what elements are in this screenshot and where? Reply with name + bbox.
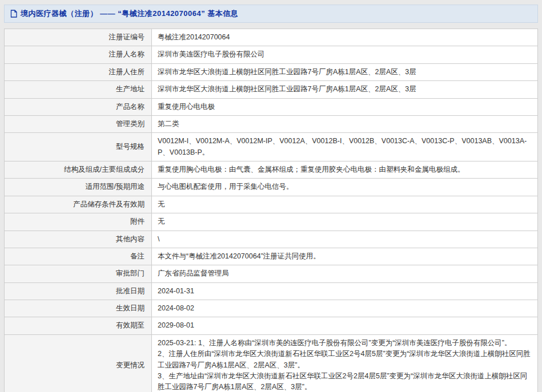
row-value: 深圳市龙华区大浪街道上横朗社区同胜工业园路7号厂房A栋1层A区、2层A区、3层 [158, 68, 416, 76]
row-value: V0012M-I、V0012M-A、V0012M-IP、V0012A、V0012… [158, 137, 527, 156]
row-value-cell: 粤械注准20142070064 [152, 29, 538, 46]
row-label-cell: 变更情况 [5, 334, 152, 392]
row-label-cell: 注册证编号 [5, 29, 152, 46]
row-label-cell: 生效日期 [5, 300, 152, 317]
row-value: 无 [158, 200, 165, 208]
table-row: 有效期至 2029-08-01 [5, 317, 538, 334]
row-label: 变更情况 [116, 361, 144, 369]
row-label-cell: 注册人名称 [5, 46, 152, 63]
table-row: 注册证编号 粤械注准20142070064 [5, 29, 538, 46]
row-value-cell: 无 [152, 196, 538, 213]
row-value: 2024-08-02 [158, 304, 194, 312]
row-value-cell: 重复使用胸心电电极：由气囊、金属杯组成；重复使用胶夹心电电极：由塑料夹和金属电极… [152, 161, 538, 179]
row-value-cell: 重复使用心电电极 [152, 98, 538, 115]
row-label-cell: 其他内容 [5, 231, 152, 248]
row-value: 重复使用心电电极 [158, 103, 215, 111]
row-value-cell: 2025-03-21: 1、注册人名称由“深圳市美的连医疗电子股份有限公司”变更… [152, 334, 538, 392]
row-label-cell: 结构及组成/主要组成成分 [5, 161, 152, 179]
info-table-body: 注册证编号 粤械注准20142070064 注册人名称 深圳市美连医疗电子股份有… [5, 29, 538, 392]
table-row: 批准日期 2024-01-31 [5, 282, 538, 300]
row-value-cell: 无 [152, 213, 538, 231]
row-label: 结构及组成/主要组成成分 [64, 165, 144, 173]
row-value-cell: 深圳市美连医疗电子股份有限公司 [152, 46, 538, 63]
page-container: 境内医疗器械（注册） —— “粤械注准20142070064” 基本信息 注册证… [0, 0, 542, 392]
row-value-cell: 本文件与“粤械注准20142070064”注册证共同使用。 [152, 248, 538, 265]
row-label-cell: 批准日期 [5, 282, 152, 300]
row-label: 注册人住所 [109, 68, 145, 76]
row-label: 注册人名称 [109, 50, 145, 58]
row-label: 生产地址 [116, 85, 144, 93]
row-value: 与心电图机配套使用，用于采集心电信号。 [158, 183, 294, 191]
row-value: 广东省药品监督管理局 [158, 269, 229, 277]
row-label-cell: 有效期至 [5, 317, 152, 334]
row-value: \ [158, 235, 159, 243]
row-value: 粤械注准20142070064 [158, 33, 230, 41]
row-value: 2024-01-31 [158, 287, 194, 295]
row-label-cell: 审批部门 [5, 265, 152, 282]
registration-info-table: 注册证编号 粤械注准20142070064 注册人名称 深圳市美连医疗电子股份有… [4, 29, 538, 392]
row-label: 附件 [130, 217, 144, 225]
row-label: 注册证编号 [109, 33, 145, 41]
table-row: 管理类别 第二类 [5, 115, 538, 132]
row-label: 有效期至 [116, 321, 144, 329]
row-value: 本文件与“粤械注准20142070064”注册证共同使用。 [158, 252, 320, 260]
row-label-cell: 型号规格 [5, 133, 152, 161]
table-row: 注册人住所 深圳市龙华区大浪街道上横朗社区同胜工业园路7号厂房A栋1层A区、2层… [5, 63, 538, 80]
table-row: 其他内容 \ [5, 231, 538, 248]
row-label: 产品储存条件及有效期 [73, 200, 144, 208]
row-value-cell: 2024-08-02 [152, 300, 538, 317]
row-label: 产品名称 [116, 103, 144, 111]
row-label: 管理类别 [116, 120, 144, 128]
row-value: 第二类 [158, 120, 179, 128]
row-label: 批准日期 [116, 287, 144, 295]
row-label: 型号规格 [116, 143, 144, 151]
row-value-cell: \ [152, 231, 538, 248]
page-title: 境内医疗器械（注册） —— “粤械注准20142070064” 基本信息 [21, 9, 238, 19]
row-label: 审批部门 [116, 269, 144, 277]
row-label: 其他内容 [116, 235, 144, 243]
row-value-cell: V0012M-I、V0012M-A、V0012M-IP、V0012A、V0012… [152, 133, 538, 161]
table-row: 生效日期 2024-08-02 [5, 300, 538, 317]
row-label-cell: 备注 [5, 248, 152, 265]
row-label-cell: 附件 [5, 213, 152, 231]
row-value-cell: 广东省药品监督管理局 [152, 265, 538, 282]
document-icon [10, 10, 17, 18]
page-header: 境内医疗器械（注册） —— “粤械注准20142070064” 基本信息 [4, 5, 538, 23]
table-row: 变更情况 2025-03-21: 1、注册人名称由“深圳市美的连医疗电子股份有限… [5, 334, 538, 392]
table-row: 产品储存条件及有效期 无 [5, 196, 538, 213]
table-row: 型号规格 V0012M-I、V0012M-A、V0012M-IP、V0012A、… [5, 133, 538, 161]
row-value-cell: 深圳市龙华区大浪街道上横朗社区同胜工业园路7号厂房A栋1层A区、2层A区、3层 [152, 81, 538, 98]
row-value: 重复使用胸心电电极：由气囊、金属杯组成；重复使用胶夹心电电极：由塑料夹和金属电极… [158, 165, 465, 173]
table-row: 附件 无 [5, 213, 538, 231]
table-row: 备注 本文件与“粤械注准20142070064”注册证共同使用。 [5, 248, 538, 265]
row-value: 2025-03-21: 1、注册人名称由“深圳市美的连医疗电子股份有限公司”变更… [158, 339, 531, 391]
row-label-cell: 生产地址 [5, 81, 152, 98]
row-value: 2029-08-01 [158, 321, 194, 329]
row-value: 深圳市龙华区大浪街道上横朗社区同胜工业园路7号厂房A栋1层A区、2层A区、3层 [158, 85, 416, 93]
table-row: 产品名称 重复使用心电电极 [5, 98, 538, 115]
row-value-cell: 2024-01-31 [152, 282, 538, 300]
row-label: 生效日期 [116, 304, 144, 312]
row-value: 深圳市美连医疗电子股份有限公司 [158, 50, 265, 58]
table-row: 结构及组成/主要组成成分 重复使用胸心电电极：由气囊、金属杯组成；重复使用胶夹心… [5, 161, 538, 179]
row-value-cell: 深圳市龙华区大浪街道上横朗社区同胜工业园路7号厂房A栋1层A区、2层A区、3层 [152, 63, 538, 80]
row-label-cell: 产品储存条件及有效期 [5, 196, 152, 213]
row-label: 备注 [130, 252, 144, 260]
row-value-cell: 与心电图机配套使用，用于采集心电信号。 [152, 179, 538, 196]
row-label-cell: 适用范围/预期用途 [5, 179, 152, 196]
row-value-cell: 2029-08-01 [152, 317, 538, 334]
row-label-cell: 注册人住所 [5, 63, 152, 80]
table-row: 适用范围/预期用途 与心电图机配套使用，用于采集心电信号。 [5, 179, 538, 196]
row-value: 无 [158, 217, 165, 225]
table-row: 审批部门 广东省药品监督管理局 [5, 265, 538, 282]
row-value-cell: 第二类 [152, 115, 538, 132]
row-label-cell: 产品名称 [5, 98, 152, 115]
table-row: 注册人名称 深圳市美连医疗电子股份有限公司 [5, 46, 538, 63]
row-label-cell: 管理类别 [5, 115, 152, 132]
table-row: 生产地址 深圳市龙华区大浪街道上横朗社区同胜工业园路7号厂房A栋1层A区、2层A… [5, 81, 538, 98]
row-label: 适用范围/预期用途 [86, 183, 144, 191]
